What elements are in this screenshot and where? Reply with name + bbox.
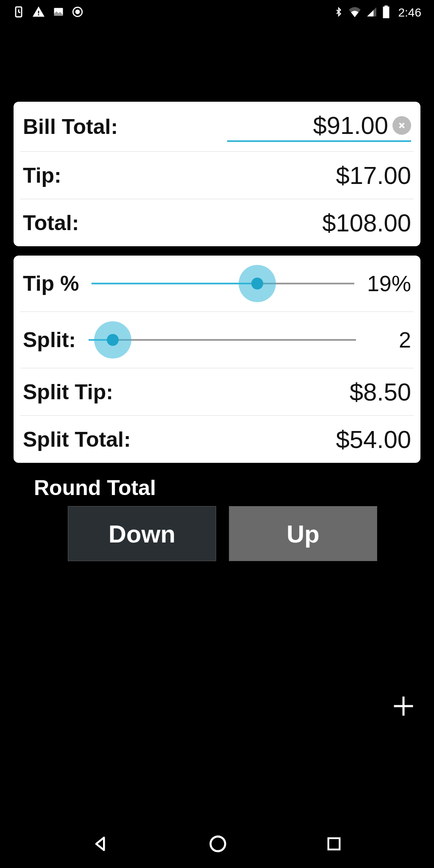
bill-total-value: $91.00 xyxy=(227,111,388,139)
wifi-icon xyxy=(348,6,361,19)
split-tip-value: $8.50 xyxy=(350,378,411,406)
split-total-label: Split Total: xyxy=(23,427,131,452)
battery-icon xyxy=(382,6,390,20)
recent-apps-button[interactable] xyxy=(326,835,342,854)
bill-card: Bill Total: $91.00 Tip: $17.00 Total: $1… xyxy=(14,102,420,246)
tip-value: $17.00 xyxy=(336,161,411,189)
round-total-label: Round Total xyxy=(34,476,400,500)
svg-rect-9 xyxy=(328,838,340,850)
svg-rect-6 xyxy=(383,7,389,19)
clear-icon[interactable] xyxy=(392,116,411,135)
back-button[interactable] xyxy=(92,835,110,855)
split-tip-label: Split Tip: xyxy=(23,380,113,404)
svg-rect-7 xyxy=(384,6,388,7)
add-button[interactable] xyxy=(391,692,416,724)
warning-icon xyxy=(32,6,45,20)
split-total-value: $54.00 xyxy=(336,425,411,453)
round-up-button[interactable]: Up xyxy=(229,506,377,561)
bill-total-input[interactable]: $91.00 xyxy=(227,111,411,142)
sync-icon xyxy=(13,6,25,19)
svg-rect-2 xyxy=(38,14,39,16)
navigation-bar xyxy=(0,821,434,868)
signal-icon xyxy=(366,6,377,19)
split-value: 2 xyxy=(369,327,411,353)
tip-percent-slider[interactable] xyxy=(92,283,354,284)
bluetooth-icon xyxy=(334,6,343,20)
svg-point-5 xyxy=(75,10,80,14)
status-bar: 2:46 xyxy=(0,0,434,25)
total-value: $108.00 xyxy=(322,209,411,237)
svg-point-8 xyxy=(211,837,225,851)
tip-percent-value: 19% xyxy=(367,271,411,296)
round-down-button[interactable]: Down xyxy=(68,506,216,561)
home-button[interactable] xyxy=(208,834,228,855)
tip-label: Tip: xyxy=(23,163,61,188)
split-slider[interactable] xyxy=(89,339,356,341)
total-label: Total: xyxy=(23,211,79,235)
record-icon xyxy=(72,6,83,19)
clock-text: 2:46 xyxy=(398,6,422,19)
tip-percent-label: Tip % xyxy=(23,271,79,296)
svg-rect-1 xyxy=(38,11,39,14)
image-icon xyxy=(53,6,64,19)
split-card: Tip % 19% Split: 2 Split Tip: $8.50 Spli… xyxy=(14,256,420,463)
split-label: Split: xyxy=(23,328,76,352)
bill-total-label: Bill Total: xyxy=(23,114,118,139)
